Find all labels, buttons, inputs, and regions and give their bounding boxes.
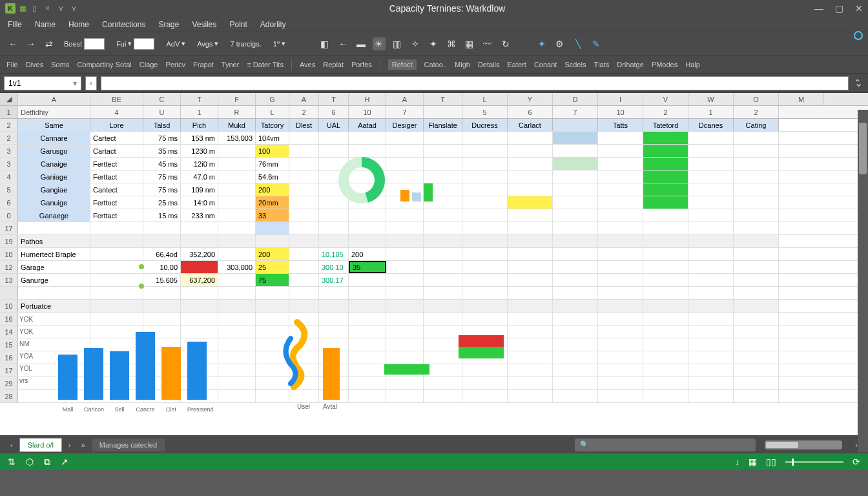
arrow-left-icon[interactable]: ← — [336, 37, 349, 50]
tab-dater[interactable]: ≡ Dater Tits — [247, 61, 284, 68]
col-header[interactable]: T — [424, 93, 462, 105]
menu-vesiles[interactable]: Vesiles — [192, 20, 216, 29]
col-header[interactable]: BE — [90, 93, 143, 105]
section-row[interactable]: 10Portuatce — [0, 300, 868, 313]
sheet-search[interactable]: 🔍 — [575, 439, 756, 451]
tab-frapot[interactable]: Frapot — [193, 61, 214, 68]
slash-icon[interactable]: ╲ — [572, 37, 584, 50]
table-row[interactable]: 12 Garage 10,00 303,000 25 300 10 35 — [0, 261, 868, 274]
tab-tlats[interactable]: Tlats — [594, 61, 609, 68]
sun-icon[interactable]: ☀ — [373, 37, 386, 50]
select-all-corner[interactable]: ◢ — [0, 93, 18, 105]
menu-file[interactable]: Fllle — [8, 20, 22, 29]
sub-hdr[interactable]: 7 — [386, 106, 424, 118]
minimize-button[interactable]: — — [814, 3, 823, 14]
mini-bar-chart[interactable] — [400, 183, 433, 202]
tab-dives[interactable]: Dives — [26, 61, 44, 68]
tab-tyner[interactable]: Tyner — [222, 61, 240, 68]
section-label[interactable]: Detfidhiy — [18, 106, 90, 118]
tab-catoo[interactable]: Catoo.. — [424, 61, 447, 68]
header-cell[interactable]: Mukd — [218, 119, 256, 131]
col-header[interactable]: F — [218, 93, 256, 105]
donut-chart[interactable] — [336, 154, 388, 206]
header-cell[interactable]: Tatetord — [643, 119, 688, 131]
header-cell[interactable]: Dlest — [289, 119, 319, 131]
tab-porfes[interactable]: Porfes — [351, 61, 372, 68]
header-cell[interactable]: Dcanes — [688, 119, 734, 131]
sub-hdr[interactable]: 10 — [349, 106, 386, 118]
flag-icon[interactable]: ◧ — [318, 37, 331, 50]
chart-bar[interactable] — [110, 351, 129, 400]
tab-details[interactable]: Details — [478, 61, 500, 68]
wand-icon[interactable]: ✧ — [409, 37, 422, 50]
status-icon[interactable]: ↗ — [61, 457, 68, 467]
table-row[interactable]: 10 Humertect Braple 66,4od 352,200 200 1… — [0, 248, 868, 261]
tab-halp[interactable]: Halp — [685, 61, 700, 68]
sub-hdr[interactable]: U — [143, 106, 181, 118]
col-header[interactable]: W — [688, 93, 734, 105]
status-icon[interactable]: ⬡ — [26, 457, 34, 467]
sub-hdr[interactable]: 10 — [598, 106, 643, 118]
col-header[interactable]: A — [18, 93, 90, 105]
pen-icon[interactable]: ✎ — [590, 37, 603, 50]
col-header[interactable]: Y — [508, 93, 553, 105]
col-header[interactable]: O — [734, 93, 779, 105]
empty-row[interactable]: 17 — [0, 222, 868, 235]
sheet-tab-active[interactable]: Slard o/l — [19, 438, 62, 452]
sub-hdr[interactable]: 2 — [289, 106, 319, 118]
table-row[interactable]: 6 Ganuige Ferttoct 25 ms 14:0 m 20mm — [0, 196, 868, 209]
col-header[interactable]: A — [386, 93, 424, 105]
zoom-fit-icon[interactable]: ⟳ — [852, 457, 860, 467]
col-header[interactable]: V — [643, 93, 688, 105]
avgs-button[interactable]: Avgs ▾ — [194, 38, 222, 49]
col-header[interactable]: L — [462, 93, 508, 105]
menu-point[interactable]: Polnt — [229, 20, 247, 29]
sub-hdr[interactable]: 4 — [90, 106, 143, 118]
view-page-icon[interactable]: ▯▯ — [766, 457, 776, 467]
redo-icon[interactable]: ↻ — [499, 37, 512, 50]
sub-hdr[interactable]: 2 — [643, 106, 688, 118]
header-cell[interactable]: Talsd — [143, 119, 181, 131]
col-header[interactable]: C — [143, 93, 181, 105]
table-row[interactable]: 3 Garusgo Cartact 35 ms 1230 m 100 — [0, 145, 868, 158]
chart-icon[interactable]: ▦ — [463, 37, 476, 50]
chart-bar[interactable] — [187, 342, 207, 400]
table-row[interactable]: 2 Cannare Cartect 75 ms 153 nm 153,003 1… — [0, 132, 868, 145]
header-cell[interactable]: Desiger — [386, 119, 424, 131]
fx-collapse-button[interactable]: ‹ — [85, 76, 97, 90]
sheet-nav-prev[interactable]: ‹ — [6, 441, 17, 449]
table-row[interactable]: 5 Gangiae Cantect 75 ms 109 nm 200 — [0, 183, 868, 196]
sheet-nav-last[interactable]: » — [78, 441, 89, 449]
maximize-button[interactable]: ▢ — [835, 3, 843, 14]
wand2-icon[interactable]: ✦ — [427, 37, 440, 50]
col-header[interactable]: T — [181, 93, 218, 105]
chart-bar[interactable] — [58, 355, 78, 400]
bar-chart[interactable]: YOK YOK NM YOA YOL vrs MallCarlconSellCa… — [19, 316, 252, 413]
help-icon[interactable] — [854, 31, 863, 40]
qat-z-icon[interactable]: ⋎ — [71, 4, 80, 13]
spreadsheet-grid[interactable]: ◢ A BE C T F G A T H A T L Y D I V W O M… — [0, 93, 868, 435]
sub-hdr[interactable]: 6 — [508, 106, 553, 118]
table-row[interactable]: 3 Canaige Ferttect 45 ms 12i0 m 76mm — [0, 158, 868, 170]
tab-scdels[interactable]: Scdels — [564, 61, 586, 68]
section-row[interactable]: 19Pathos — [0, 235, 868, 248]
status-icon[interactable]: ⧉ — [44, 457, 50, 468]
formula-bar[interactable] — [101, 76, 849, 90]
header-cell[interactable]: Same — [18, 119, 90, 131]
ribbon-collapse-icon[interactable]: ⌃ — [854, 78, 862, 88]
tab-clage[interactable]: Clage — [140, 61, 158, 68]
qat-y-icon[interactable]: ⋎ — [58, 4, 67, 13]
header-cell[interactable]: Ducress — [462, 119, 508, 131]
boost-button[interactable]: Boest — [61, 37, 108, 51]
gear-icon[interactable]: ⚙ — [553, 37, 566, 50]
sparkle-icon[interactable]: ✦ — [535, 37, 548, 50]
qat-x-icon[interactable]: × — [45, 4, 54, 13]
sheet-tab-inactive[interactable]: Manages catecled — [92, 439, 165, 451]
one-button[interactable]: 1º ▾ — [270, 38, 289, 49]
link-icon[interactable]: ⌘ — [445, 37, 458, 50]
header-cell[interactable]: Tatts — [598, 119, 643, 131]
menu-name[interactable]: Name — [35, 20, 56, 29]
header-cell[interactable]: UAL — [319, 119, 349, 131]
sub-hdr[interactable]: 1 — [688, 106, 734, 118]
name-box[interactable]: 1v1▾ — [4, 76, 81, 90]
